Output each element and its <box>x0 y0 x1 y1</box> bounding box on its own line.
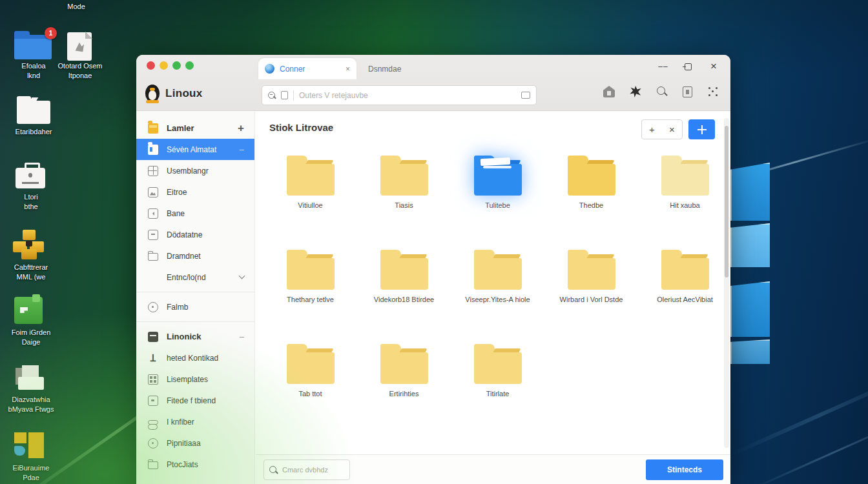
folder-grid: Vitiulloe Tiasis Tulitebe Thedbe Hit xau… <box>264 148 730 431</box>
folder-item[interactable]: Thethary tetlve <box>264 243 357 337</box>
sidebar-item[interactable]: Ʇ heted Kontikad <box>136 347 254 368</box>
folder-icon <box>566 250 617 290</box>
tab-label: Conner <box>280 65 346 74</box>
label-line: bMyava Ftwgs <box>0 405 62 414</box>
folder-item[interactable]: Videkorb18 Btirdee <box>357 243 451 337</box>
item-label: heted Kontikad <box>167 354 244 363</box>
sidebar-item[interactable]: Usemblangr <box>136 160 254 181</box>
folder-item[interactable]: Oleriust AecVibiat <box>638 243 730 337</box>
item-label: Falmb <box>167 303 244 312</box>
folder-item[interactable]: Vitiulloe <box>264 148 357 243</box>
sidebar-item-selected[interactable]: Sévèn Almatat – <box>136 139 254 160</box>
notification-badge: 1 <box>45 27 57 39</box>
folder-item[interactable]: Thedbe <box>544 148 638 243</box>
file-manager-window: Conner × Dsnmdae –– × Linoux <box>136 55 730 484</box>
folder-icon <box>285 344 336 384</box>
sidebar-section-header[interactable]: Lamler + <box>136 117 254 139</box>
bottom-bar: Stintecds <box>256 454 730 484</box>
folder-label: Hit xauba <box>670 201 699 210</box>
folder-item[interactable]: Wirbard i Vorl Dstde <box>544 243 638 337</box>
tab-active[interactable]: Conner × <box>258 58 356 79</box>
folder-label: Tiasis <box>395 201 413 210</box>
windows-logo-pane <box>730 281 770 337</box>
maximize-button[interactable] <box>679 59 697 74</box>
folder-item[interactable]: Hit xauba <box>638 148 730 243</box>
minimize-dot[interactable] <box>160 61 168 70</box>
fullscreen-dot[interactable] <box>185 61 194 70</box>
address-bar[interactable] <box>262 85 537 105</box>
label-line: Daige <box>0 338 62 347</box>
primary-action-button[interactable]: Stintecds <box>646 459 723 480</box>
search-icon[interactable] <box>656 86 668 97</box>
actions-icon[interactable] <box>630 86 641 97</box>
desktop-icon-white-folder[interactable] <box>17 101 50 124</box>
zoom-out-icon[interactable] <box>268 92 276 99</box>
collapse-icon[interactable]: – <box>240 145 244 154</box>
sidebar-item[interactable]: Eitroe <box>136 181 254 203</box>
briefcase-lock <box>28 173 32 177</box>
app-brand: Linoux <box>145 85 203 102</box>
search-box[interactable] <box>264 459 350 480</box>
sidebar-section-header[interactable]: Linonick – <box>136 326 254 347</box>
item-label: Pipnitiaaa <box>167 439 244 448</box>
sidebar-item[interactable]: PtocJiats <box>136 454 254 475</box>
folder-icon <box>473 250 523 290</box>
tab-inactive[interactable]: Dsnmdae <box>359 58 456 79</box>
folder-item[interactable]: Viseepr.Yites-A hiole <box>451 243 544 337</box>
folder-item[interactable]: Titirlate <box>451 337 544 431</box>
remove-button[interactable]: × <box>662 120 682 139</box>
add-icon[interactable]: + <box>238 122 244 135</box>
desktop-icon-tiles[interactable] <box>14 432 44 461</box>
new-item-button[interactable] <box>688 119 715 139</box>
search-input[interactable] <box>282 466 344 474</box>
desktop-icon-blue-folder[interactable]: 1 <box>14 35 52 59</box>
scrollbar[interactable] <box>724 118 729 448</box>
minimize-button[interactable]: –– <box>654 59 672 74</box>
window-chrome: Conner × Dsnmdae –– × Linoux <box>136 55 730 111</box>
sidebar-item[interactable]: I knfiber <box>136 411 254 432</box>
chevron-down-icon[interactable] <box>239 273 245 279</box>
folder-item[interactable]: Tab ttot <box>264 337 357 431</box>
folder-icon <box>285 156 336 196</box>
desktop-icon-gold-blocks[interactable] <box>13 230 45 259</box>
page-icon[interactable] <box>281 91 288 99</box>
folder-label: Vitiulloe <box>298 201 322 210</box>
collapse-icon[interactable]: – <box>240 332 244 341</box>
label-line: Diazvatwhia <box>0 395 62 405</box>
folder-body <box>17 101 50 124</box>
view-grid-icon[interactable] <box>707 86 719 97</box>
home-icon[interactable] <box>603 86 615 97</box>
sidebar-item[interactable]: Dramdnet <box>136 245 254 267</box>
windows-logo-pane <box>730 163 770 221</box>
desktop-icon-green-package[interactable] <box>14 297 43 324</box>
document-icon[interactable] <box>683 86 692 97</box>
traffic-lights <box>147 61 194 70</box>
sidebar-item[interactable]: Lisemplates <box>136 368 254 390</box>
desktop-icon-briefcase[interactable] <box>16 168 45 188</box>
folder-item[interactable]: Ertirihties <box>357 337 451 431</box>
desktop-icon-document[interactable] <box>67 32 92 61</box>
desktop-icon-printer[interactable] <box>13 365 45 391</box>
disk-icon <box>148 230 158 240</box>
sidebar-item[interactable]: Dödatatne <box>136 224 254 245</box>
folder-item[interactable]: Tiasis <box>357 148 451 243</box>
close-button[interactable]: × <box>705 59 723 74</box>
sidebar-item[interactable]: Pipnitiaaa <box>136 432 254 454</box>
sidebar-item[interactable]: Falmb <box>136 296 254 318</box>
zoom-dot[interactable] <box>172 61 181 70</box>
sidebar-item-expandable[interactable]: Entnc/lo(nd <box>136 267 254 288</box>
add-button[interactable]: + <box>642 120 662 139</box>
scrollbar-thumb[interactable] <box>725 126 728 277</box>
open-window-icon[interactable] <box>521 92 530 99</box>
sidebar-item[interactable]: Bane <box>136 203 254 224</box>
windows-logo-pane <box>730 223 770 267</box>
folder-icon <box>148 123 158 134</box>
sidebar-item[interactable]: Fitede f tbiend <box>136 390 254 411</box>
address-input[interactable] <box>299 91 516 100</box>
folder-item-selected[interactable]: Tulitebe <box>451 148 544 243</box>
close-dot[interactable] <box>147 61 155 70</box>
folder-icon <box>379 156 429 196</box>
wallpaper-streak <box>731 374 868 456</box>
folder-label: Viseepr.Yites-A hiole <box>465 296 530 305</box>
tab-close-icon[interactable]: × <box>346 65 350 74</box>
